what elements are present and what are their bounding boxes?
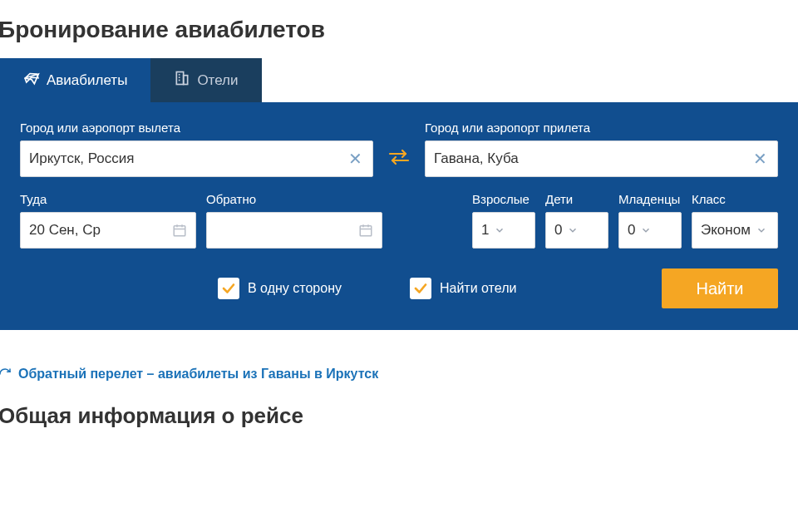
swap-icon [387,149,411,169]
from-value: Иркутск, Россия [29,150,347,167]
chevron-down-icon [567,224,579,236]
infants-select[interactable]: 0 [618,212,682,249]
tabs: Авиабилеты Отели [0,58,798,102]
return-field: Обратно [206,192,382,249]
children-value: 0 [554,222,562,239]
from-label: Город или аэропорт вылета [20,121,373,135]
depart-input[interactable]: 20 Сен, Ср [20,212,196,249]
adults-label: Взрослые [472,192,535,206]
find-hotels-label: Найти отели [440,281,516,296]
tab-label: Отели [197,72,238,89]
depart-label: Туда [20,192,196,206]
find-hotels-checkbox[interactable]: Найти отели [410,278,516,299]
calendar-icon [172,223,187,238]
building-icon [174,70,190,91]
tab-label: Авиабилеты [47,72,127,89]
tab-hotels[interactable]: Отели [150,58,261,102]
section-title: Общая информация о рейсе [0,403,798,429]
adults-select[interactable]: 1 [472,212,535,249]
tab-flights[interactable]: Авиабилеты [0,58,150,102]
clear-icon[interactable]: ✕ [347,150,364,167]
reverse-link-text[interactable]: Обратный перелет – авиабилеты из Гаваны … [18,367,378,382]
swap-button[interactable] [383,140,415,177]
class-label: Класс [692,192,778,206]
to-input[interactable]: Гавана, Куба ✕ [425,140,778,177]
page-title: Бронирование авиабилетов [0,0,798,58]
search-form: Город или аэропорт вылета Иркутск, Росси… [0,102,798,330]
checkbox-icon [410,278,431,299]
chevron-down-icon [494,224,505,236]
class-select[interactable]: Эконом [692,212,778,249]
checkbox-icon [218,278,239,299]
reverse-flight-link[interactable]: Обратный перелет – авиабилеты из Гаваны … [0,367,798,382]
infants-field: Младенцы 0 [618,192,682,249]
infants-value: 0 [628,222,635,239]
from-input[interactable]: Иркутск, Россия ✕ [20,140,373,177]
depart-field: Туда 20 Сен, Ср [20,192,196,249]
adults-field: Взрослые 1 [472,192,535,249]
chevron-down-icon [640,224,652,236]
return-label: Обратно [206,192,382,206]
chevron-down-icon [756,224,767,236]
one-way-label: В одну сторону [248,281,342,296]
depart-value: 20 Сен, Ср [29,222,172,239]
to-field: Город или аэропорт прилета Гавана, Куба … [425,121,778,177]
children-field: Дети 0 [545,192,608,249]
clear-icon[interactable]: ✕ [751,150,769,167]
children-label: Дети [545,192,608,206]
airplane-icon [23,70,40,91]
refresh-icon [0,367,12,381]
adults-value: 1 [481,222,489,239]
one-way-checkbox[interactable]: В одну сторону [218,278,342,299]
svg-rect-1 [184,76,188,85]
children-select[interactable]: 0 [545,212,608,249]
class-field: Класс Эконом [692,192,778,249]
svg-rect-7 [174,226,185,236]
from-field: Город или аэропорт вылета Иркутск, Росси… [20,121,373,177]
to-value: Гавана, Куба [434,150,751,167]
search-button[interactable]: Найти [662,268,778,308]
svg-rect-11 [360,226,372,236]
calendar-icon [358,223,373,238]
infants-label: Младенцы [618,192,682,206]
return-input[interactable] [206,212,382,249]
class-value: Эконом [701,222,751,239]
to-label: Город или аэропорт прилета [425,121,778,135]
